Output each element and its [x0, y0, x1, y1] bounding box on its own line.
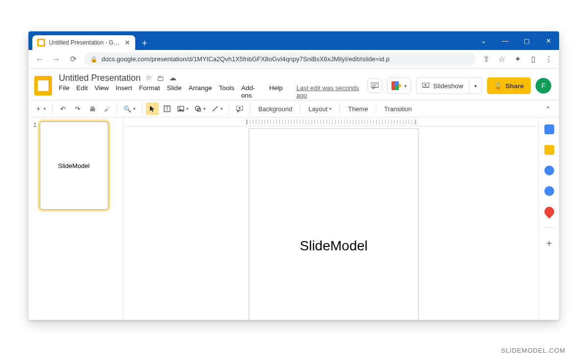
- google-side-panel: +: [539, 118, 559, 320]
- get-addons-button[interactable]: +: [544, 239, 554, 248]
- menu-tools[interactable]: Tools: [219, 84, 235, 99]
- slide-thumbnail-item[interactable]: 1 SlideModel: [33, 121, 118, 210]
- svg-point-7: [179, 107, 180, 108]
- meet-button[interactable]: ▾: [387, 77, 411, 94]
- share-button[interactable]: 🔒 Share: [487, 77, 531, 94]
- background-label: Background: [258, 105, 292, 113]
- watermark-text: SLIDEMODEL.COM: [501, 347, 565, 354]
- transition-label: Transition: [384, 105, 412, 113]
- undo-button[interactable]: ↶: [56, 102, 69, 115]
- last-edit-link[interactable]: Last edit was seconds ago: [296, 84, 361, 99]
- new-slide-button[interactable]: ＋: [33, 102, 48, 115]
- redo-button[interactable]: ↷: [71, 102, 84, 115]
- menu-view[interactable]: View: [95, 84, 109, 99]
- url-box[interactable]: 🔒 docs.google.com/presentation/d/1MYtCa2…: [84, 52, 476, 66]
- ruler-scale: [246, 120, 416, 124]
- toolbar-separator: [376, 103, 376, 114]
- slideshow-label: Slideshow: [433, 82, 464, 90]
- window-minimize-button[interactable]: —: [494, 31, 516, 50]
- maps-icon[interactable]: [542, 205, 556, 218]
- cloud-status-icon[interactable]: ☁: [169, 73, 176, 82]
- transition-button[interactable]: Transition: [380, 102, 416, 115]
- window-maximize-button[interactable]: ▢: [516, 31, 538, 50]
- theme-button[interactable]: Theme: [344, 102, 371, 115]
- chevron-down-icon: ▾: [404, 83, 407, 89]
- star-icon[interactable]: ☆: [146, 73, 152, 82]
- window-close-button[interactable]: ✕: [538, 31, 559, 50]
- slideshow-button[interactable]: Slideshow: [416, 77, 470, 94]
- image-button[interactable]: [175, 102, 191, 115]
- url-text: docs.google.com/presentation/d/1MYtCa2Qv…: [101, 55, 390, 63]
- slide-thumbnail[interactable]: SlideModel: [40, 121, 108, 210]
- line-button[interactable]: [210, 102, 225, 115]
- collapse-toolbar-button[interactable]: ⌃: [541, 102, 554, 115]
- nav-back-button[interactable]: ←: [34, 54, 45, 65]
- menu-file[interactable]: File: [59, 84, 70, 99]
- zoom-button[interactable]: 🔍: [122, 102, 138, 115]
- menu-slide[interactable]: Slide: [167, 84, 182, 99]
- toolbar-separator: [229, 103, 229, 114]
- browser-window: Untitled Presentation - Google S ✕ ＋ ⌄ —…: [28, 31, 559, 320]
- tab-close-icon[interactable]: ✕: [124, 39, 130, 47]
- extensions-icon[interactable]: ✦: [513, 55, 522, 64]
- present-icon: [422, 83, 429, 89]
- nav-forward-button[interactable]: →: [51, 54, 62, 65]
- select-tool-button[interactable]: [146, 102, 159, 115]
- calendar-icon[interactable]: [544, 124, 554, 134]
- new-tab-button[interactable]: ＋: [138, 36, 151, 49]
- toolbar-separator: [52, 103, 52, 114]
- menu-format[interactable]: Format: [139, 84, 160, 99]
- layout-button[interactable]: Layout: [304, 102, 336, 115]
- google-slides-logo-icon[interactable]: [34, 76, 52, 96]
- sidepanel-toggle-icon[interactable]: ▯: [529, 55, 538, 64]
- svg-line-10: [213, 106, 218, 111]
- slides-favicon-icon: [37, 39, 45, 47]
- text-box-button[interactable]: T: [161, 102, 173, 115]
- slide-thumbnails-panel[interactable]: 1 SlideModel: [28, 118, 123, 320]
- nav-reload-button[interactable]: ⟳: [68, 54, 78, 65]
- slideshow-dropdown[interactable]: ▾: [469, 77, 482, 94]
- account-avatar[interactable]: F: [536, 78, 551, 94]
- thumbnail-text: SlideModel: [58, 162, 90, 170]
- print-button[interactable]: 🖶: [86, 102, 98, 115]
- move-to-folder-icon[interactable]: 🗀: [157, 74, 164, 82]
- browser-tab[interactable]: Untitled Presentation - Google S ✕: [32, 35, 135, 50]
- toolbar: ＋ ↶ ↷ 🖶 🖌 🔍 T Background Layout Theme Tr…: [28, 100, 559, 118]
- lock-icon: 🔒: [90, 56, 98, 63]
- contacts-icon[interactable]: [544, 186, 554, 196]
- canvas-area[interactable]: SlideModel: [123, 118, 539, 320]
- menu-edit[interactable]: Edit: [76, 84, 88, 99]
- tab-search-button[interactable]: ⌄: [473, 31, 494, 50]
- tasks-icon[interactable]: [544, 166, 554, 175]
- window-titlebar: Untitled Presentation - Google S ✕ ＋ ⌄ —…: [28, 31, 559, 50]
- shape-icon: [195, 105, 201, 112]
- background-button[interactable]: Background: [254, 102, 296, 115]
- bookmark-star-icon[interactable]: ☆: [497, 55, 506, 64]
- comment-insert-button[interactable]: [233, 102, 246, 115]
- comment-icon: [371, 82, 379, 89]
- share-label: Share: [505, 82, 524, 90]
- toolbar-separator: [300, 103, 300, 114]
- menu-help[interactable]: Help: [269, 84, 283, 99]
- textbox-icon: T: [164, 105, 171, 112]
- menu-arrange[interactable]: Arrange: [189, 84, 212, 99]
- tab-strip: Untitled Presentation - Google S ✕ ＋: [28, 35, 151, 50]
- keep-icon[interactable]: [544, 145, 554, 155]
- menu-addons[interactable]: Add-ons: [241, 84, 262, 99]
- paint-format-button[interactable]: 🖌: [100, 102, 113, 115]
- toolbar-separator: [117, 103, 118, 114]
- shape-button[interactable]: [193, 102, 208, 115]
- document-info: Untitled Presentation ☆ 🗀 ☁ File Edit Vi…: [59, 73, 361, 99]
- menu-bar: File Edit View Insert Format Slide Arran…: [59, 84, 361, 99]
- browser-menu-icon[interactable]: ⋮: [544, 55, 553, 64]
- image-icon: [177, 106, 184, 112]
- slide-canvas[interactable]: SlideModel: [249, 128, 418, 320]
- menu-insert[interactable]: Insert: [116, 84, 132, 99]
- horizontal-ruler: [123, 118, 539, 126]
- google-meet-icon: [392, 81, 402, 90]
- document-title[interactable]: Untitled Presentation: [59, 73, 141, 83]
- comments-button[interactable]: [368, 78, 382, 93]
- share-url-icon[interactable]: ⇪: [482, 55, 490, 64]
- slide-number: 1: [33, 121, 37, 210]
- canvas-text: SlideModel: [300, 238, 368, 254]
